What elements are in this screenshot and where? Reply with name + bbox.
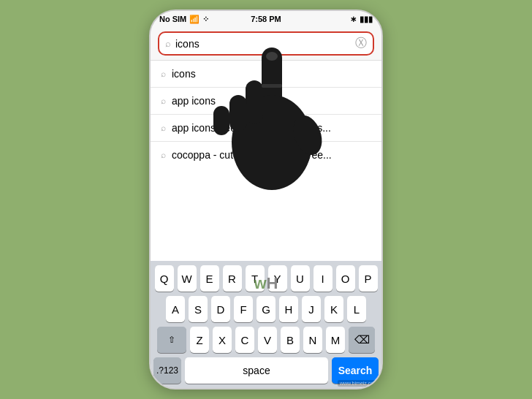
suggestion-item[interactable]: ⌕ cocoppa - cute icons&homescree... [151,142,381,162]
key-q[interactable]: Q [155,265,174,292]
site-watermark: www.bimeiz.com [338,380,380,387]
key-u[interactable]: U [291,265,310,292]
suggestion-search-icon: ⌕ [161,123,166,133]
suggestion-item[interactable]: ⌕ icons [151,61,381,88]
key-x[interactable]: X [213,327,232,353]
key-f[interactable]: F [234,296,253,322]
key-p[interactable]: P [359,265,378,292]
key-e[interactable]: E [200,265,219,292]
status-left: No SIM 📶 ⁘ [159,15,209,24]
status-bar: No SIM 📶 ⁘ 7:58 PM ∗ ▮▮▮ [151,11,381,27]
key-z[interactable]: Z [190,327,209,353]
search-bar[interactable]: ⌕ icons Ⓧ [158,31,374,56]
search-query[interactable]: icons [175,38,351,50]
keyboard-row-2: A S D F G H J K L [153,296,379,322]
keyboard-row-3: ⇧ Z X C V B N M ⌫ [153,327,379,353]
key-space[interactable]: space [185,357,328,384]
suggestions-list: ⌕ icons ⌕ app icons ⌕ app icons free - b… [151,61,381,162]
key-t[interactable]: T [246,265,265,292]
carrier-label: No SIM [159,15,186,23]
key-c[interactable]: C [235,327,254,353]
key-g[interactable]: G [256,296,276,322]
key-r[interactable]: R [223,265,242,292]
keyboard-row-1: Q W E R T Y U I O P [153,265,379,292]
key-shift[interactable]: ⇧ [157,327,186,353]
key-y[interactable]: Y [268,265,287,292]
suggestion-text: cocoppa - cute icons&homescree... [172,149,332,161]
key-d[interactable]: D [211,296,230,322]
status-right: ∗ ▮▮▮ [350,15,373,24]
battery-icon: ▮▮▮ [360,15,373,24]
suggestion-item[interactable]: ⌕ app icons free - best icon themes... [151,115,381,142]
bluetooth-icon: ∗ [350,15,357,24]
suggestion-text: icons [172,68,196,80]
search-icon: ⌕ [165,38,171,49]
phone-frame: No SIM 📶 ⁘ 7:58 PM ∗ ▮▮▮ ⌕ icons Ⓧ ⌕ ico… [149,10,383,390]
key-h[interactable]: H [279,296,298,322]
clear-button[interactable]: Ⓧ [355,36,367,51]
key-m[interactable]: M [326,327,345,353]
key-n[interactable]: N [303,327,322,353]
suggestion-text: app icons [172,95,216,107]
key-num-switch[interactable]: .?123 [153,357,181,384]
signal-icon: ⁘ [202,15,209,24]
key-k[interactable]: K [324,296,343,322]
key-v[interactable]: V [258,327,277,353]
wifi-icon: 📶 [189,15,200,24]
suggestion-search-icon: ⌕ [161,69,166,79]
key-i[interactable]: I [314,265,332,292]
key-w[interactable]: W [178,265,197,292]
suggestion-text: app icons free - best icon themes... [172,122,331,134]
suggestion-search-icon: ⌕ [161,96,166,106]
key-delete[interactable]: ⌫ [349,327,375,353]
time-label: 7:58 PM [251,15,281,23]
suggestion-item[interactable]: ⌕ app icons [151,88,381,115]
search-bar-container: ⌕ icons Ⓧ [151,27,381,61]
key-j[interactable]: J [302,296,321,322]
key-a[interactable]: A [166,296,185,322]
key-o[interactable]: O [336,265,355,292]
key-l[interactable]: L [347,296,366,322]
suggestion-search-icon: ⌕ [161,150,166,160]
key-s[interactable]: S [189,296,208,322]
keyboard: Q W E R T Y U I O P A S D F G H J K L ⇧ … [151,261,381,388]
key-b[interactable]: B [281,327,300,353]
